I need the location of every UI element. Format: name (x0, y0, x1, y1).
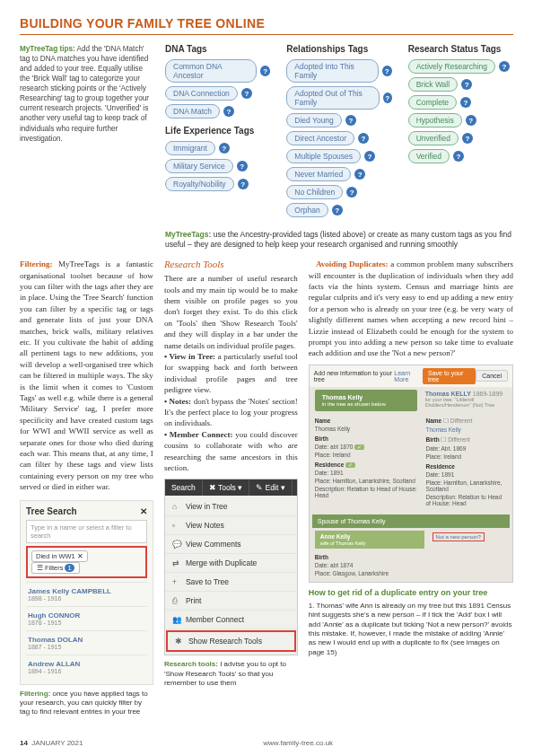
duplicate-panel: Add new information to your tree Learn M… (309, 365, 513, 583)
result-row[interactable]: James Kelly CAMPBELL1898 - 1916 (26, 582, 147, 606)
help-icon[interactable]: ? (346, 187, 357, 198)
help-icon[interactable]: ? (358, 133, 369, 144)
menu-show-research-tools[interactable]: ✱Show Research Tools (166, 630, 296, 652)
tree-search-input[interactable]: Type in a name or select a filter to sea… (26, 520, 147, 543)
learn-more-link[interactable]: Learn More (394, 370, 423, 382)
help-icon[interactable]: ? (453, 151, 464, 162)
help-icon[interactable]: ? (237, 161, 248, 171)
search-tab[interactable]: Search (165, 479, 203, 496)
filter-highlight: Died in WW1 ✕ ☰ Filters 1 (26, 546, 147, 578)
result-row[interactable]: Thomas DOLAN1887 - 1915 (26, 630, 147, 655)
mtt-lead: MyTreeTags: (165, 230, 211, 239)
help-icon[interactable]: ? (364, 151, 375, 162)
filtering-body: MyTreeTags is a fantastic organisational… (20, 259, 153, 491)
tag-direct-anc[interactable]: Direct Ancestor (286, 131, 354, 145)
note-icon: ▫ (172, 521, 181, 530)
tools-menu-panel: Search ✖ Tools ▾ ✎ Edit ▾ ⌂View in Tree … (164, 479, 298, 655)
menu-save[interactable]: +Save to Tree (165, 573, 297, 592)
save-to-tree-button[interactable]: Save to your tree (423, 368, 476, 384)
tag-royalty[interactable]: Royalty/Nobility (165, 177, 234, 191)
tag-adopted-in[interactable]: Adopted Into This Family (286, 59, 379, 83)
life-tags-title: Life Experience Tags (165, 126, 270, 136)
status-tags-title: Research Status Tags (408, 44, 513, 54)
research-tools-title: Research Tools (164, 259, 298, 269)
help-icon[interactable]: ? (332, 205, 343, 215)
dup-right-name[interactable]: Thomas KELLY (425, 391, 471, 397)
tag-active-research[interactable]: Actively Researching (408, 59, 495, 74)
tag-complete[interactable]: Complete (408, 95, 457, 110)
dna-tags-title: DNA Tags (165, 44, 270, 54)
help-icon[interactable]: ? (499, 61, 510, 72)
tag-mult-spouse[interactable]: Multiple Spouses (286, 149, 361, 163)
plus-icon: + (172, 577, 181, 586)
filtering-lead: Filtering: (20, 259, 53, 268)
close-icon[interactable]: ✕ (140, 506, 147, 516)
tag-no-children[interactable]: No Children (286, 185, 343, 199)
tag-verified[interactable]: Verified (408, 149, 450, 163)
filter-chip[interactable]: Died in WW1 ✕ (31, 550, 88, 562)
tag-common-dna[interactable]: Common DNA Ancestor (165, 59, 257, 83)
cancel-button[interactable]: Cancel (476, 370, 508, 382)
tag-dna-match[interactable]: DNA Match (165, 104, 220, 119)
help-icon[interactable]: ? (354, 169, 365, 180)
tag-never-married[interactable]: Never Married (286, 167, 351, 181)
merge-icon: ⇄ (172, 558, 181, 567)
not-new-person-link[interactable]: Not a new person? (433, 532, 485, 541)
menu-view-notes[interactable]: ▫View Notes (165, 516, 297, 535)
tools-icon: ✱ (175, 637, 184, 646)
tips-lead: MyTreeTag tips: (20, 45, 75, 53)
people-icon: 👥 (172, 615, 181, 624)
help-icon[interactable]: ? (383, 92, 392, 103)
tag-orphan[interactable]: Orphan (286, 203, 328, 217)
menu-member-connect[interactable]: 👥Member Connect (165, 611, 297, 629)
help-icon[interactable]: ? (462, 133, 473, 144)
tips-body: Add the 'DNA Match' tag to DNA matches y… (20, 45, 149, 143)
spouse-name: Anne Kellywife of Thomas Kelly (315, 531, 424, 549)
tips-box: MyTreeTag tips: Add the 'DNA Match' tag … (20, 44, 154, 144)
tag-adopted-out[interactable]: Adopted Out of This Family (286, 86, 379, 110)
tag-died-young[interactable]: Died Young (286, 113, 342, 127)
help-icon[interactable]: ? (461, 79, 472, 90)
tag-hypothesis[interactable]: Hypothesis (408, 113, 462, 127)
dup-caption-body: 1. Thomas' wife Ann is already on my tre… (309, 602, 513, 657)
help-icon[interactable]: ? (238, 179, 249, 189)
page-number: 14 (20, 739, 28, 747)
tag-unverified[interactable]: Unverified (408, 131, 459, 145)
tools-tab[interactable]: ✖ Tools ▾ (203, 479, 249, 496)
edit-tab[interactable]: ✎ Edit ▾ (249, 479, 292, 496)
rel-tags-group: Relationships Tags Adopted Into This Fam… (286, 44, 391, 221)
status-tags-group: Research Status Tags Actively Researchin… (408, 44, 513, 221)
print-icon: ⎙ (172, 596, 181, 605)
menu-print[interactable]: ⎙Print (165, 592, 297, 611)
dup-person-header: Thomas Kellyin the tree as shown below (315, 390, 417, 411)
tag-military[interactable]: Military Service (165, 159, 233, 173)
result-row[interactable]: Andrew ALLAN1894 - 1916 (26, 655, 147, 679)
dup-caption-title: How to get rid of a duplicate entry on y… (309, 588, 513, 597)
filters-button[interactable]: ☰ Filters 1 (31, 562, 80, 574)
help-icon[interactable]: ? (241, 88, 252, 99)
help-icon[interactable]: ? (260, 66, 270, 76)
help-icon[interactable]: ? (466, 115, 476, 126)
tag-dna-conn[interactable]: DNA Connection (165, 86, 238, 101)
filter-caption: Filtering: once you have applied tags to… (20, 690, 153, 717)
rel-tags-title: Relationships Tags (286, 44, 391, 54)
tree-icon: ⌂ (172, 502, 181, 511)
menu-merge[interactable]: ⇄Merge with Duplicate (165, 554, 297, 573)
menu-view-tree[interactable]: ⌂View in Tree (165, 497, 297, 516)
help-icon[interactable]: ? (223, 106, 234, 117)
research-tools-body: There are a number of useful research to… (164, 273, 298, 473)
tree-search-title: Tree Search (26, 506, 77, 516)
comment-icon: 💬 (172, 540, 181, 549)
tag-immigrant[interactable]: Immigrant (165, 141, 215, 155)
menu-view-comments[interactable]: 💬View Comments (165, 535, 297, 554)
help-icon[interactable]: ? (219, 143, 230, 154)
help-icon[interactable]: ? (382, 66, 392, 76)
page-footer: 14 JANUARY 2021 www.family-tree.co.uk (20, 739, 513, 747)
tag-brick-wall[interactable]: Brick Wall (408, 77, 458, 92)
avoid-lead: Avoiding Duplicates: (316, 259, 389, 268)
help-icon[interactable]: ? (460, 97, 471, 108)
help-icon[interactable]: ? (345, 115, 356, 126)
tree-search-panel: Tree Search✕ Type in a name or select a … (20, 500, 153, 685)
mtt-body: use the Ancestry-provided tags (listed a… (165, 230, 511, 249)
result-row[interactable]: Hugh CONNOR1878 - 1915 (26, 606, 147, 630)
